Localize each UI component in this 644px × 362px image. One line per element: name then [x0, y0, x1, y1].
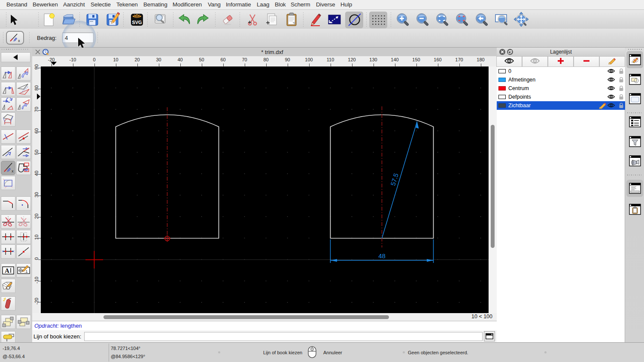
svg-text:x: x: [18, 39, 20, 43]
svg-text:SVG: SVG: [132, 20, 142, 25]
svg-text:48: 48: [378, 252, 386, 259]
svg-text:x: x: [12, 169, 14, 173]
svg-text:.1: .1: [24, 269, 28, 274]
svg-text:A: A: [5, 267, 9, 274]
